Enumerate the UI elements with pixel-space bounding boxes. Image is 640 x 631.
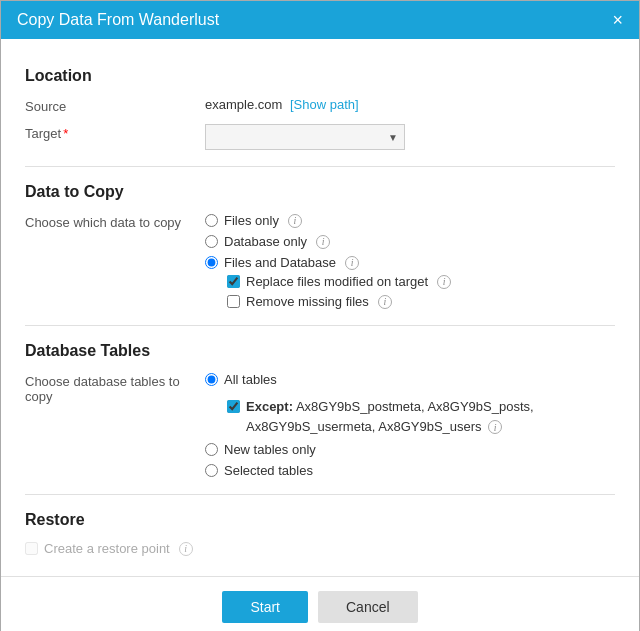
- source-label: Source: [25, 97, 205, 114]
- dropdown-arrow-icon: ▼: [388, 132, 398, 143]
- files-only-label: Files only: [224, 213, 279, 228]
- database-only-label: Database only: [224, 234, 307, 249]
- new-tables-only-radio[interactable]: [205, 443, 218, 456]
- divider-3: [25, 494, 615, 495]
- except-checkbox[interactable]: [227, 400, 240, 413]
- all-tables-label: All tables: [224, 372, 277, 387]
- replace-files-label: Replace files modified on target: [246, 274, 428, 289]
- database-tables-options: All tables Except: Ax8GY9bS_postmeta, Ax…: [205, 372, 615, 478]
- files-and-database-info-icon: i: [345, 256, 359, 270]
- restore-section: Restore Create a restore point i: [25, 511, 615, 556]
- replace-files-item[interactable]: Replace files modified on target i: [227, 274, 615, 289]
- remove-missing-info-icon: i: [378, 295, 392, 309]
- all-tables-radio[interactable]: [205, 373, 218, 386]
- data-to-copy-section-title: Data to Copy: [25, 183, 615, 201]
- restore-checkbox-item[interactable]: Create a restore point i: [25, 541, 615, 556]
- remove-missing-checkbox[interactable]: [227, 295, 240, 308]
- location-section-title: Location: [25, 67, 615, 85]
- database-tables-row: Choose database tables to copy All table…: [25, 372, 615, 478]
- data-copy-radio-group: Files only i Database only i Files and D…: [205, 213, 615, 270]
- data-copy-options: Files only i Database only i Files and D…: [205, 213, 615, 309]
- database-only-info-icon: i: [316, 235, 330, 249]
- source-domain: example.com: [205, 97, 282, 112]
- restore-label: Create a restore point: [44, 541, 170, 556]
- dialog-body: Location Source example.com [Show path] …: [1, 39, 639, 576]
- dialog-header: Copy Data From Wanderlust ×: [1, 1, 639, 39]
- data-copy-row: Choose which data to copy Files only i D…: [25, 213, 615, 309]
- restore-section-title: Restore: [25, 511, 615, 529]
- selected-tables-radio[interactable]: [205, 464, 218, 477]
- cancel-button[interactable]: Cancel: [318, 591, 418, 623]
- files-and-database-radio[interactable]: [205, 256, 218, 269]
- except-label: Except: Ax8GY9bS_postmeta, Ax8GY9bS_post…: [246, 397, 615, 436]
- dialog-footer: Start Cancel: [1, 576, 639, 631]
- copy-data-dialog: Copy Data From Wanderlust × Location Sou…: [0, 0, 640, 631]
- radio-files-and-database[interactable]: Files and Database i: [205, 255, 615, 270]
- source-value: example.com [Show path]: [205, 97, 615, 112]
- database-tables-radio-group: All tables Except: Ax8GY9bS_postmeta, Ax…: [205, 372, 615, 478]
- source-row: Source example.com [Show path]: [25, 97, 615, 114]
- show-path-link[interactable]: [Show path]: [290, 97, 359, 112]
- data-copy-label: Choose which data to copy: [25, 213, 205, 230]
- selected-tables-label: Selected tables: [224, 463, 313, 478]
- divider-2: [25, 325, 615, 326]
- radio-files-only[interactable]: Files only i: [205, 213, 615, 228]
- new-tables-only-label: New tables only: [224, 442, 316, 457]
- files-and-database-label: Files and Database: [224, 255, 336, 270]
- except-info-icon: i: [488, 420, 502, 434]
- files-only-info-icon: i: [288, 214, 302, 228]
- replace-files-info-icon: i: [437, 275, 451, 289]
- target-label: Target*: [25, 124, 205, 141]
- start-button[interactable]: Start: [222, 591, 308, 623]
- replace-files-checkbox[interactable]: [227, 275, 240, 288]
- radio-database-only[interactable]: Database only i: [205, 234, 615, 249]
- target-row: Target* ▼: [25, 124, 615, 150]
- restore-info-icon: i: [179, 542, 193, 556]
- radio-new-tables-only[interactable]: New tables only: [205, 442, 615, 457]
- radio-all-tables[interactable]: All tables: [205, 372, 615, 387]
- remove-missing-item[interactable]: Remove missing files i: [227, 294, 615, 309]
- data-copy-checkboxes: Replace files modified on target i Remov…: [227, 274, 615, 309]
- database-tables-label: Choose database tables to copy: [25, 372, 205, 404]
- close-button[interactable]: ×: [612, 11, 623, 29]
- except-row: Except: Ax8GY9bS_postmeta, Ax8GY9bS_post…: [227, 397, 615, 436]
- database-tables-section-title: Database Tables: [25, 342, 615, 360]
- radio-selected-tables[interactable]: Selected tables: [205, 463, 615, 478]
- remove-missing-label: Remove missing files: [246, 294, 369, 309]
- target-select[interactable]: ▼: [205, 124, 405, 150]
- target-value: ▼: [205, 124, 615, 150]
- database-only-radio[interactable]: [205, 235, 218, 248]
- except-prefix: Except:: [246, 399, 293, 414]
- divider-1: [25, 166, 615, 167]
- restore-checkbox: [25, 542, 38, 555]
- dialog-title: Copy Data From Wanderlust: [17, 11, 219, 29]
- files-only-radio[interactable]: [205, 214, 218, 227]
